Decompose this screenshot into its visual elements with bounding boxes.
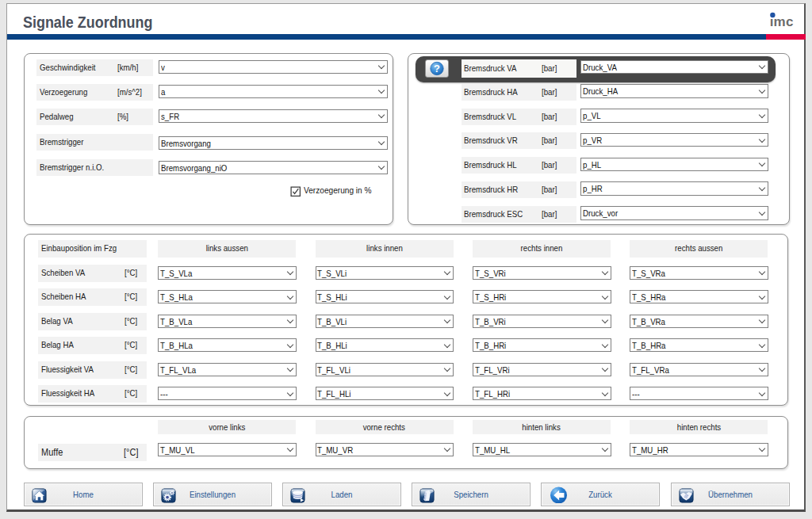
svg-text:ımc: ımc bbox=[770, 14, 794, 29]
svg-text:?: ? bbox=[434, 63, 440, 74]
